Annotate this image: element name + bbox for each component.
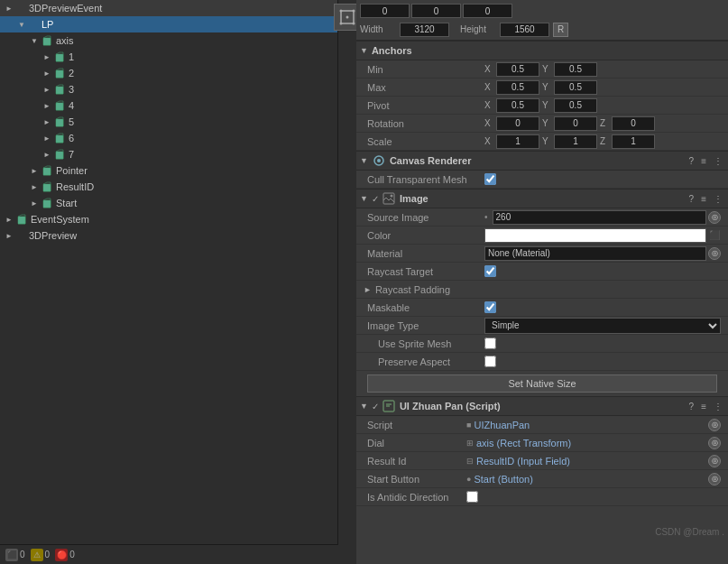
max-x-input[interactable] bbox=[496, 80, 539, 95]
tree-item-axis[interactable]: axis bbox=[0, 32, 337, 49]
scale-y-input[interactable] bbox=[554, 134, 597, 149]
left-panel: 3DPreviewEventLP axis 1 2 3 4 5 bbox=[0, 0, 338, 564]
source-image-picker[interactable]: ◎ bbox=[708, 211, 721, 224]
maskable-checkbox[interactable] bbox=[484, 301, 496, 313]
color-value: ⬛ bbox=[484, 228, 721, 243]
rotation-label: Rotation bbox=[367, 118, 484, 129]
tree-arrow-3 bbox=[41, 84, 52, 95]
scale-z-input[interactable] bbox=[612, 134, 655, 149]
width-input[interactable] bbox=[400, 23, 449, 37]
tree-arrow-axis bbox=[29, 35, 40, 46]
tree-arrow-LP bbox=[16, 19, 27, 30]
cull-mesh-checkbox[interactable] bbox=[484, 173, 496, 185]
scale-label: Scale bbox=[367, 136, 484, 147]
script-picker[interactable]: ◎ bbox=[708, 419, 721, 431]
source-image-input[interactable] bbox=[493, 210, 706, 225]
svg-rect-9 bbox=[43, 184, 51, 191]
pos-x-input[interactable] bbox=[360, 4, 410, 18]
min-y-input[interactable] bbox=[554, 62, 597, 77]
pos-y-input[interactable] bbox=[411, 4, 461, 18]
svg-point-21 bbox=[390, 195, 392, 198]
cube-icon-2 bbox=[54, 67, 67, 79]
scale-z-label: Z bbox=[600, 136, 609, 146]
pivot-y-input[interactable] bbox=[554, 98, 597, 113]
is-antidir-checkbox[interactable] bbox=[466, 491, 478, 503]
tree-item-1[interactable]: 1 bbox=[0, 49, 337, 65]
result-id-picker[interactable]: ◎ bbox=[708, 455, 721, 467]
svg-point-17 bbox=[346, 16, 349, 19]
yellow-count-badge: ⚠ 0 bbox=[31, 549, 51, 561]
image-settings[interactable]: ≡ bbox=[699, 194, 708, 204]
use-sprite-label: Use Sprite Mesh bbox=[367, 338, 484, 349]
color-preview[interactable] bbox=[484, 228, 706, 243]
svg-rect-0 bbox=[43, 38, 51, 45]
script-settings[interactable]: ≡ bbox=[699, 402, 708, 411]
tree-item-3[interactable]: 3 bbox=[0, 81, 337, 97]
gray-count: 0 bbox=[20, 550, 25, 559]
image-more[interactable]: ⋮ bbox=[712, 194, 724, 204]
canvas-renderer-more[interactable]: ⋮ bbox=[712, 156, 724, 166]
start-button-icon: ● bbox=[466, 475, 471, 484]
script-section-header[interactable]: ▼ ✓ UI Zhuan Pan (Script) ? ≡ ⋮ bbox=[356, 396, 728, 416]
script-field-text: UIZhuanPan bbox=[474, 420, 530, 430]
min-y-label: Y bbox=[542, 64, 551, 74]
canvas-renderer-header[interactable]: ▼ Canvas Renderer ? ≡ ⋮ bbox=[356, 151, 728, 171]
dial-value: ⊞ axis (Rect Transform) ◎ bbox=[466, 437, 721, 449]
tree-item-4[interactable]: 4 bbox=[0, 97, 337, 114]
raycast-padding-row[interactable]: ► Raycast Padding bbox=[356, 281, 728, 299]
tree-item-Pointer[interactable]: Pointer bbox=[0, 162, 337, 179]
scale-x-input[interactable] bbox=[496, 134, 539, 149]
tree-label-7: 7 bbox=[69, 149, 74, 160]
tree-label-1: 1 bbox=[69, 51, 74, 62]
image-help[interactable]: ? bbox=[687, 194, 696, 204]
canvas-renderer-help[interactable]: ? bbox=[687, 156, 696, 166]
cube-icon-ResultID bbox=[41, 180, 54, 193]
tree-item-6[interactable]: 6 bbox=[0, 130, 337, 146]
tree-item-3DPreviewEvent[interactable]: 3DPreviewEvent bbox=[0, 0, 337, 16]
rot-y-input[interactable] bbox=[554, 116, 597, 131]
max-y-input[interactable] bbox=[554, 80, 597, 95]
use-sprite-checkbox[interactable] bbox=[484, 337, 496, 349]
dial-icon: ⊞ bbox=[466, 439, 474, 448]
preserve-aspect-row: Preserve Aspect bbox=[356, 353, 728, 371]
cube-icon-5 bbox=[54, 116, 67, 128]
material-picker[interactable]: ◎ bbox=[708, 247, 721, 260]
script-more[interactable]: ⋮ bbox=[712, 402, 724, 411]
preserve-aspect-value bbox=[484, 356, 721, 367]
tree-item-5[interactable]: 5 bbox=[0, 114, 337, 130]
rot-z-input[interactable] bbox=[612, 116, 655, 131]
tree-item-7[interactable]: 7 bbox=[0, 146, 337, 162]
min-x-input[interactable] bbox=[496, 62, 539, 77]
image-section-header[interactable]: ▼ ✓ Image ? ≡ ⋮ bbox=[356, 189, 728, 208]
tree-label-EventSystem: EventSystem bbox=[31, 214, 89, 225]
height-input[interactable] bbox=[500, 23, 549, 37]
tree-item-ResultID[interactable]: ResultID bbox=[0, 179, 337, 195]
canvas-renderer-settings[interactable]: ≡ bbox=[699, 156, 708, 166]
image-type-select[interactable]: Simple Sliced Tiled Filled bbox=[484, 318, 721, 334]
cube-icon-Pointer bbox=[41, 164, 54, 177]
svg-point-13 bbox=[340, 10, 343, 13]
color-picker-icon[interactable]: ⬛ bbox=[708, 229, 721, 242]
pivot-x-input[interactable] bbox=[496, 98, 539, 113]
tree-item-2[interactable]: 2 bbox=[0, 65, 337, 81]
script-type-icon: ■ bbox=[466, 421, 471, 430]
pos-z-input[interactable] bbox=[463, 4, 512, 18]
set-native-button[interactable]: Set Native Size bbox=[367, 374, 717, 393]
start-button-picker[interactable]: ◎ bbox=[708, 473, 721, 485]
tree-item-Start[interactable]: Start bbox=[0, 195, 337, 211]
r-button[interactable]: R bbox=[553, 23, 568, 37]
cull-mesh-label: Cull Transparent Mesh bbox=[367, 174, 484, 185]
script-help[interactable]: ? bbox=[687, 402, 696, 411]
tree-item-EventSystem[interactable]: EventSystem bbox=[0, 211, 337, 227]
preserve-aspect-checkbox[interactable] bbox=[484, 356, 496, 367]
rot-x-input[interactable] bbox=[496, 116, 539, 131]
max-x-label: X bbox=[484, 82, 493, 92]
tree-label-ResultID: ResultID bbox=[56, 181, 94, 192]
svg-point-19 bbox=[377, 159, 381, 162]
dial-picker[interactable]: ◎ bbox=[708, 437, 721, 449]
result-id-label: Result Id bbox=[367, 456, 466, 467]
anchors-section-header[interactable]: ▼ Anchors bbox=[356, 41, 728, 60]
tree-item-3DPreview[interactable]: 3DPreview bbox=[0, 227, 337, 244]
tree-item-LP[interactable]: LP bbox=[0, 16, 337, 32]
raycast-target-checkbox[interactable] bbox=[484, 265, 496, 277]
